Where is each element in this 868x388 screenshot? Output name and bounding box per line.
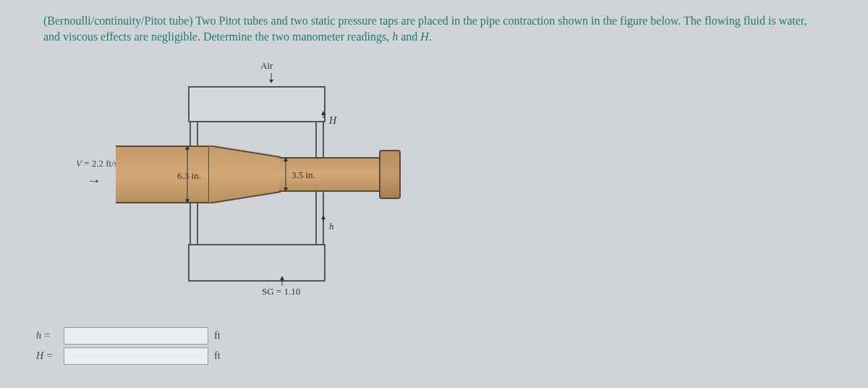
air-arrow-icon [268, 73, 275, 83]
h-arrow-up-icon [320, 215, 327, 222]
diameter-large-label: 6.3 in. [177, 170, 201, 182]
var-h: h [392, 30, 398, 43]
svg-marker-1 [269, 80, 273, 83]
upper-manometer-leg-right [315, 122, 324, 159]
svg-marker-8 [284, 157, 288, 161]
diameter-small-arrows-icon [282, 157, 289, 192]
answer-h-label: h = [36, 330, 58, 342]
problem-statement: (Bernoulli/continuity/Pitot tube) Two Pi… [43, 13, 825, 46]
diagram: Air H V = 2.2 ft/s → 6.3 in. 3. [72, 60, 434, 313]
upper-manometer-leg-left [190, 122, 198, 147]
h-dimension-label: h [329, 221, 334, 232]
velocity-label: V = 2.2 ft/s [76, 158, 118, 169]
var-H: H [420, 30, 429, 43]
sg-label: SG = 1.10 [262, 286, 300, 298]
answer-row-h: h = ft [36, 327, 221, 345]
svg-marker-9 [284, 187, 288, 192]
answer-h-input[interactable] [64, 327, 208, 345]
diameter-small-label: 3.5 in. [289, 169, 318, 182]
svg-marker-5 [185, 146, 190, 150]
pipe-contraction [208, 146, 281, 203]
H-dimension-label: H [329, 115, 336, 127]
topic-tag: (Bernoulli/continuity/Pitot tube) [43, 14, 193, 27]
answers-section: h = ft H = ft [0, 324, 221, 365]
lower-manometer-leg-left [190, 203, 198, 245]
sg-arrow-icon [278, 276, 286, 286]
upper-manometer [188, 86, 326, 122]
H-arrow-up-icon [320, 111, 327, 118]
problem-text-end: . [429, 30, 432, 43]
answer-H-unit: ft [214, 350, 221, 362]
answer-h-unit: ft [214, 330, 221, 342]
air-label: Air [260, 60, 273, 72]
answer-row-H: H = ft [36, 347, 221, 365]
answer-H-input[interactable] [64, 347, 208, 365]
answer-H-label: H = [36, 350, 58, 362]
problem-text-and: and [398, 30, 420, 43]
pipe-outlet-flange [379, 150, 401, 199]
lower-manometer [188, 244, 326, 282]
velocity-arrow-icon: → [87, 172, 101, 189]
